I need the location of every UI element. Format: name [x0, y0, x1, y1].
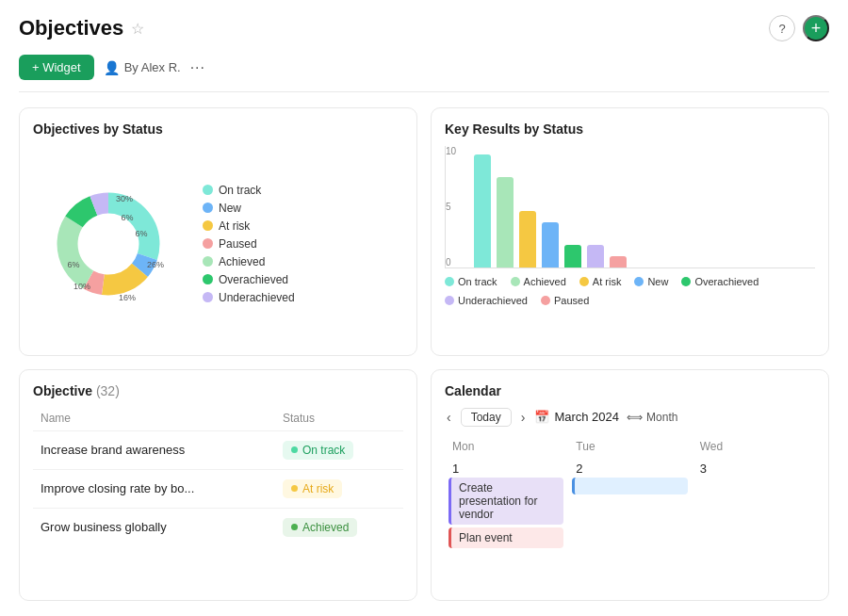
y-label-10: 10: [446, 146, 456, 156]
legend-label-overachieved: Overachieved: [219, 273, 288, 286]
cal-header-tue: Tue: [568, 436, 691, 457]
legend-dot-underachieved: [203, 292, 213, 302]
svg-point-7: [80, 216, 137, 272]
legend-dot-new: [203, 203, 213, 213]
cal-event-plan[interactable]: Plan event: [448, 527, 563, 548]
bar-overachieved: [564, 245, 581, 267]
svg-text:30%: 30%: [116, 194, 133, 203]
bar-chart-area: 0 5 10: [445, 146, 815, 342]
donut-card-title: Objectives by Status: [33, 122, 403, 137]
bar-card-title: Key Results by Status: [445, 122, 815, 137]
legend-item-ontrack: On track: [203, 184, 295, 197]
day-num-2: 2: [568, 458, 691, 478]
legend-dot-achieved: [203, 256, 213, 267]
status-label-1: On track: [302, 444, 345, 457]
calendar-title: Calendar: [445, 383, 815, 398]
objectives-list-count: (32): [96, 383, 120, 398]
obj-name-1: Increase brand awareness: [41, 443, 283, 457]
toolbar: + Widget 👤 By Alex R. ···: [19, 55, 829, 92]
status-badge-2: At risk: [283, 479, 342, 498]
legend-item-underachieved: Underachieved: [203, 291, 295, 304]
legend-item-new: New: [203, 202, 295, 215]
legend-item-achieved: Achieved: [203, 255, 295, 268]
user-icon: 👤: [104, 60, 120, 75]
bar-group-overachieved: [564, 245, 581, 267]
calendar-grid: Mon Tue Wed 1 Create presentation for ve…: [445, 436, 815, 552]
add-button[interactable]: +: [803, 15, 829, 41]
bar-group-new: [542, 222, 559, 267]
legend-label-paused: Paused: [219, 237, 257, 251]
legend-dot-ontrack: [203, 185, 213, 195]
bar-group-achieved: [497, 177, 514, 267]
today-button[interactable]: Today: [461, 408, 512, 427]
header-left: Objectives ☆: [19, 16, 144, 41]
bar-ontrack: [474, 154, 491, 267]
col-name-header: Name: [41, 412, 283, 425]
bar-underachieved: [587, 245, 604, 267]
status-dot-2: [291, 485, 298, 492]
prev-arrow[interactable]: ‹: [445, 410, 453, 425]
bar-paused: [610, 256, 627, 267]
bar-group-ontrack: [474, 154, 491, 267]
day-header-0: Mon: [452, 440, 474, 453]
event-label-plan: Plan event: [459, 531, 513, 544]
bar-legend-underachieved: Underachieved: [445, 295, 528, 306]
widget-button-label: + Widget: [32, 60, 81, 74]
cal-date-1: 1 Create presentation for vendor Plan ev…: [445, 458, 567, 552]
table-row: Increase brand awareness On track: [33, 430, 403, 469]
view-label: Month: [646, 411, 677, 424]
cal-events-tue: [568, 478, 691, 498]
bar-legend-label-overachieved: Overachieved: [694, 276, 758, 287]
event-label-vendor: Create presentation for vendor: [459, 481, 537, 521]
legend-label-new: New: [219, 202, 241, 215]
donut-content: 6% 6% 6% 10% 16% 26% 30% On track: [33, 146, 403, 342]
svg-text:26%: 26%: [147, 260, 164, 269]
svg-text:10%: 10%: [73, 282, 90, 291]
bar-legend-dot-overachieved: [681, 277, 691, 286]
legend-item-overachieved: Overachieved: [203, 273, 295, 286]
day-num-1: 1: [445, 458, 567, 478]
day-num-3: 3: [693, 458, 815, 478]
bar-new: [542, 222, 559, 267]
svg-text:6%: 6%: [135, 229, 147, 238]
cal-header-mon: Mon: [445, 436, 567, 457]
obj-name-3: Grow business globally: [41, 520, 283, 534]
view-button[interactable]: ⟺ Month: [627, 411, 677, 424]
bar-legend-overachieved: Overachieved: [681, 276, 758, 287]
user-label: By Alex R.: [124, 60, 181, 74]
bar-legend-ontrack: On track: [445, 276, 497, 287]
bar-legend-dot-underachieved: [445, 296, 454, 305]
legend-label-atrisk: At risk: [219, 219, 250, 233]
widget-button[interactable]: + Widget: [19, 55, 94, 80]
bar-legend-label-atrisk: At risk: [593, 276, 622, 287]
calendar-month: 📅 March 2024: [534, 410, 619, 424]
more-options-button[interactable]: ···: [190, 59, 205, 76]
bar-atrisk: [519, 211, 536, 267]
bar-legend-label-paused: Paused: [554, 295, 589, 306]
view-icon: ⟺: [627, 411, 643, 424]
bar-legend-label-ontrack: On track: [458, 276, 497, 287]
svg-text:6%: 6%: [67, 260, 79, 269]
help-button[interactable]: ?: [769, 15, 795, 41]
star-icon[interactable]: ☆: [131, 20, 144, 38]
bar-legend-achieved: Achieved: [511, 276, 566, 287]
objectives-table-header: Name Status: [33, 406, 403, 430]
legend-dot-overachieved: [203, 274, 213, 284]
legend-label-underachieved: Underachieved: [219, 291, 295, 304]
status-dot-1: [291, 446, 298, 453]
donut-legend: On track New At risk Paused: [203, 184, 295, 304]
header: Objectives ☆ ? +: [19, 15, 829, 41]
status-dot-3: [291, 524, 298, 530]
cal-event-blue[interactable]: [572, 478, 687, 494]
cal-event-vendor[interactable]: Create presentation for vendor: [448, 478, 563, 525]
y-label-0: 0: [446, 257, 456, 267]
col-status-header: Status: [283, 412, 396, 425]
bar-legend-new: New: [634, 276, 668, 287]
day-header-2: Wed: [700, 440, 723, 453]
bar-group-paused: [610, 256, 627, 267]
next-arrow[interactable]: ›: [519, 410, 528, 425]
objectives-list-title: Objective: [33, 383, 92, 398]
status-badge-3: Achieved: [283, 518, 357, 537]
bar-chart-inner: 0 5 10: [445, 146, 815, 268]
calendar-card: Calendar ‹ Today › 📅 March 2024 ⟺ Month …: [431, 369, 829, 602]
